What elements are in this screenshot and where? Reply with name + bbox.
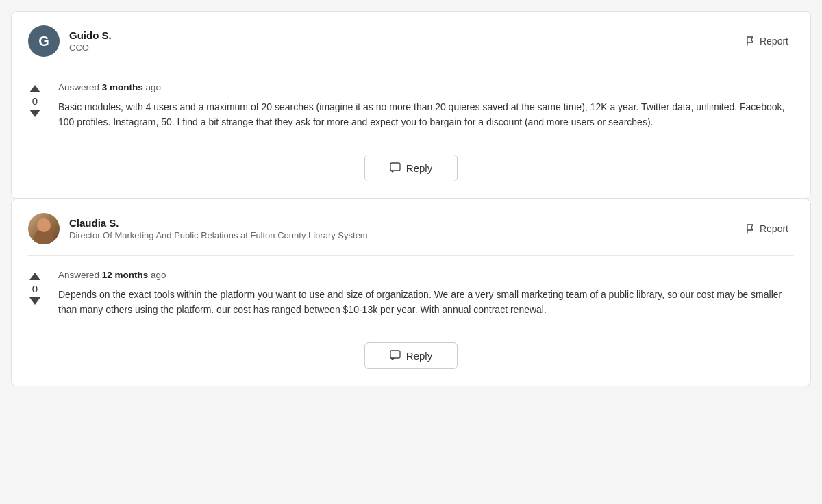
- vote-count: 0: [32, 283, 38, 294]
- report-button[interactable]: Report: [740, 33, 794, 49]
- downvote-icon: [29, 297, 40, 305]
- user-title: CCO: [69, 42, 112, 53]
- card-header: Claudia S.Director Of Marketing And Publ…: [12, 199, 810, 255]
- vote-column: 0: [28, 271, 42, 318]
- upvote-button[interactable]: [28, 271, 42, 281]
- svg-rect-1: [390, 351, 400, 358]
- upvote-icon: [29, 85, 40, 92]
- flag-icon: [746, 36, 756, 46]
- downvote-button[interactable]: [28, 296, 42, 306]
- reply-row: Reply: [12, 331, 810, 386]
- answer-card-claudia: Claudia S.Director Of Marketing And Publ…: [11, 199, 811, 386]
- reply-row: Reply: [12, 144, 810, 198]
- flag-icon: [746, 224, 756, 234]
- vote-column: 0: [28, 84, 42, 130]
- user-title: Director Of Marketing And Public Relatio…: [69, 230, 368, 240]
- avatar: G: [28, 25, 60, 57]
- vote-row: 0Answered 12 months agoDepends on the ex…: [28, 270, 794, 318]
- vote-row: 0Answered 3 months agoBasic modules, wit…: [28, 82, 794, 130]
- user-text: Claudia S.Director Of Marketing And Publ…: [69, 217, 368, 240]
- answer-meta: Answered 12 months ago: [58, 270, 794, 280]
- upvote-icon: [29, 273, 40, 280]
- card-body: 0Answered 12 months agoDepends on the ex…: [12, 256, 810, 331]
- report-button[interactable]: Report: [740, 220, 794, 237]
- avatar: [28, 213, 60, 244]
- answer-meta: Answered 3 months ago: [58, 82, 794, 92]
- card-body: 0Answered 3 months agoBasic modules, wit…: [12, 68, 810, 144]
- user-info: Claudia S.Director Of Marketing And Publ…: [28, 213, 368, 244]
- downvote-icon: [29, 110, 40, 117]
- user-info: GGuido S.CCO: [28, 25, 112, 57]
- reply-icon: [390, 350, 401, 361]
- vote-count: 0: [32, 95, 38, 107]
- user-name: Claudia S.: [69, 217, 368, 229]
- answer-column: Answered 3 months agoBasic modules, with…: [58, 82, 794, 130]
- reply-button[interactable]: Reply: [364, 342, 458, 369]
- answer-text: Basic modules, with 4 users and a maximu…: [58, 99, 794, 130]
- user-name: Guido S.: [69, 29, 112, 41]
- answer-column: Answered 12 months agoDepends on the exa…: [58, 270, 794, 318]
- answer-text: Depends on the exact tools within the pl…: [58, 287, 794, 318]
- downvote-button[interactable]: [28, 108, 42, 118]
- reply-icon: [390, 162, 401, 173]
- upvote-button[interactable]: [28, 84, 42, 94]
- reply-button[interactable]: Reply: [364, 155, 458, 181]
- user-text: Guido S.CCO: [69, 29, 112, 53]
- svg-rect-0: [390, 163, 400, 171]
- card-header: GGuido S.CCOReport: [12, 12, 810, 68]
- answer-card-guido: GGuido S.CCOReport0Answered 3 months ago…: [11, 11, 811, 199]
